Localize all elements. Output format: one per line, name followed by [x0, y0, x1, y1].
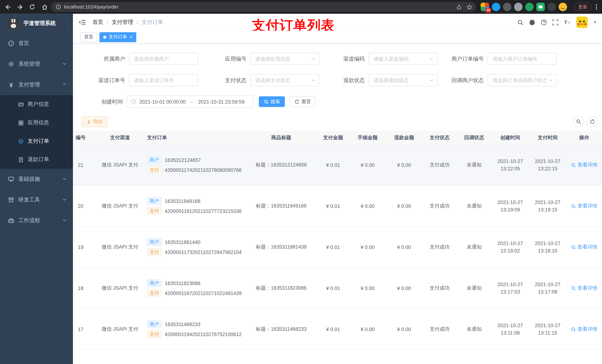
github-icon[interactable]	[529, 19, 536, 26]
extension-gray-icon[interactable]	[514, 3, 523, 11]
target-icon	[18, 138, 24, 144]
extension-chat-icon[interactable]	[536, 3, 545, 11]
cell-title: 标题：1635311468233	[246, 309, 317, 350]
profile-avatar-icon[interactable]	[559, 3, 567, 11]
merchant-tag: 商户	[147, 197, 161, 205]
sidebar-item-merchant-info[interactable]: 商户信息	[0, 95, 73, 114]
table-row[interactable]: 21 微信 JSAPI 支付 商户 1635312124657 支付 42000…	[73, 145, 602, 186]
cell-action: 查看详情	[566, 268, 602, 309]
sidebar-item-pay-order[interactable]: 支付订单	[0, 132, 73, 150]
table-row[interactable]: 17 微信 JSAPI 支付 商户 1635311468233 支付 42000…	[73, 309, 602, 350]
cell-refund: ¥ 0.00	[386, 309, 422, 350]
sidebar-item-devtools[interactable]: 研发工具	[0, 190, 73, 210]
share-icon[interactable]	[456, 4, 462, 10]
chevron-down-icon	[62, 176, 67, 182]
cell-refund: ¥ 0.00	[386, 186, 422, 226]
cell-pay-time: 2021-10-2713:17:08	[529, 268, 566, 309]
merchant-order-no-input[interactable]	[488, 52, 557, 65]
cell-channel: 微信 JSAPI 支付	[96, 227, 144, 268]
help-icon[interactable]	[540, 19, 547, 26]
back-icon[interactable]	[2, 1, 13, 12]
cell-order: 商户 1635311881440 支付 42000011732021102728…	[144, 227, 246, 268]
sidebar-item-workflow[interactable]: 工作流程	[0, 210, 73, 231]
reset-button[interactable]: 重置	[290, 96, 316, 107]
search-button[interactable]: 搜索	[259, 96, 285, 107]
bookmark-star-icon[interactable]	[466, 4, 472, 10]
cell-notify: 未通知	[457, 227, 492, 268]
table-row[interactable]: 18 微信 JSAPI 支付 商户 1635311823086 支付 42000…	[73, 268, 602, 309]
refresh-table-icon[interactable]	[587, 116, 598, 127]
cell-create-time: 2021-10-2713:19:09	[492, 186, 529, 226]
cell-id: 21	[73, 145, 96, 185]
forward-icon[interactable]	[15, 1, 25, 12]
view-detail-link[interactable]: 查看详情	[571, 161, 597, 168]
breadcrumb-home[interactable]: 首页	[93, 19, 103, 26]
svg-text:T: T	[568, 21, 570, 25]
export-button[interactable]: 导出	[81, 116, 108, 127]
cell-status: 支付成功	[422, 227, 457, 268]
filter-label-pay-status: 支付状态	[189, 74, 246, 86]
channel-order-no-input[interactable]	[129, 74, 198, 86]
cell-pay-time: 2021-10-2713:22:15	[529, 145, 566, 185]
extension-pin-icon[interactable]	[547, 3, 556, 11]
table-header: 回调状态	[457, 131, 492, 144]
browser-menu-icon[interactable]	[593, 3, 600, 11]
merchant-select[interactable]	[129, 52, 198, 65]
sidebar-item-app-info[interactable]: 应用信息	[0, 114, 73, 132]
extension-green-icon[interactable]	[525, 3, 534, 11]
pay-tag: 支付	[147, 248, 161, 256]
table-header: 支付时间	[529, 131, 566, 144]
app-logo[interactable]: 芋道管理系统	[0, 14, 73, 33]
sidebar-item-system[interactable]: 系统管理	[0, 54, 73, 74]
site-info-icon[interactable]	[56, 4, 61, 10]
filter-label-channel-order-no: 渠道订单号	[68, 74, 125, 86]
date-separator: -	[191, 99, 193, 104]
avatar-caret-icon[interactable]	[593, 20, 597, 25]
table-header: 支付状态	[422, 131, 457, 144]
merchant-order-no: 1635311881440	[165, 239, 201, 245]
user-avatar[interactable]	[576, 16, 588, 28]
table-header: 支付金额	[317, 131, 349, 144]
fullscreen-icon[interactable]	[552, 19, 559, 26]
table-header: 编号	[73, 131, 96, 144]
dashboard-icon	[8, 40, 14, 46]
table-row-partial[interactable]: 商户 1635311151736	[73, 350, 602, 364]
view-detail-link[interactable]: 查看详情	[571, 285, 597, 291]
home-icon[interactable]	[39, 1, 50, 12]
url-text: localhost:1024/pay/order	[64, 4, 456, 10]
toggle-search-icon[interactable]	[573, 116, 584, 127]
table-header: 商品标题	[246, 131, 317, 144]
sidebar-item-home[interactable]: 首页	[0, 33, 73, 54]
briefcase-icon	[8, 218, 14, 224]
create-time-range-picker[interactable]: 2021-10-01 00:00:00 - 2021-10-31 23:59:5…	[127, 95, 253, 108]
search-icon[interactable]	[517, 19, 524, 26]
view-detail-link[interactable]: 查看详情	[571, 244, 597, 250]
notify-status-select[interactable]	[488, 74, 557, 86]
browser-update-button[interactable]: 更新	[574, 3, 591, 11]
cell-channel: 微信 JSAPI 支付	[96, 309, 144, 350]
view-detail-link[interactable]: 查看详情	[571, 326, 597, 333]
tab-pay-order[interactable]: 支付订单 ×	[99, 32, 136, 42]
sidebar-item-refund-order[interactable]: 退款订单	[0, 150, 73, 169]
extension-blue-icon[interactable]	[492, 3, 500, 11]
tab-home[interactable]: 首页	[80, 32, 97, 42]
view-detail-link[interactable]: 查看详情	[571, 203, 597, 209]
chevron-down-icon	[62, 61, 67, 67]
font-size-icon[interactable]: TT	[564, 19, 571, 26]
sidebar-item-infra[interactable]: 基础设施	[0, 169, 73, 190]
reload-icon[interactable]	[27, 1, 38, 12]
table-row[interactable]: 20 微信 JSAPI 支付 商户 1635311949168 支付 42000…	[73, 186, 602, 227]
address-bar[interactable]: localhost:1024/pay/order	[51, 2, 476, 12]
cell-channel: 微信 JSAPI 支付	[96, 186, 144, 226]
extension-dark-icon[interactable]	[503, 3, 511, 11]
tab-close-icon[interactable]: ×	[130, 35, 133, 39]
breadcrumb-pay[interactable]: 支付管理	[112, 19, 133, 26]
sidebar-item-pay[interactable]: ¥ 支付管理	[0, 74, 73, 95]
table-row[interactable]: 19 微信 JSAPI 支付 商户 1635311881440 支付 42000…	[73, 227, 602, 268]
merchant-order-no: 1635311468233	[165, 321, 201, 327]
extension-colorful-icon[interactable]: 10	[481, 3, 489, 11]
sidebar-toggle-icon[interactable]	[79, 19, 86, 26]
table-header-row: 编号支付渠道支付订单商品标题支付金额手续金额退款金额支付状态回调状态创建时间支付…	[73, 131, 602, 145]
cell-title: 标题：1635311823086	[246, 268, 317, 309]
filter-label-refund-status: 退款状态	[307, 74, 365, 86]
